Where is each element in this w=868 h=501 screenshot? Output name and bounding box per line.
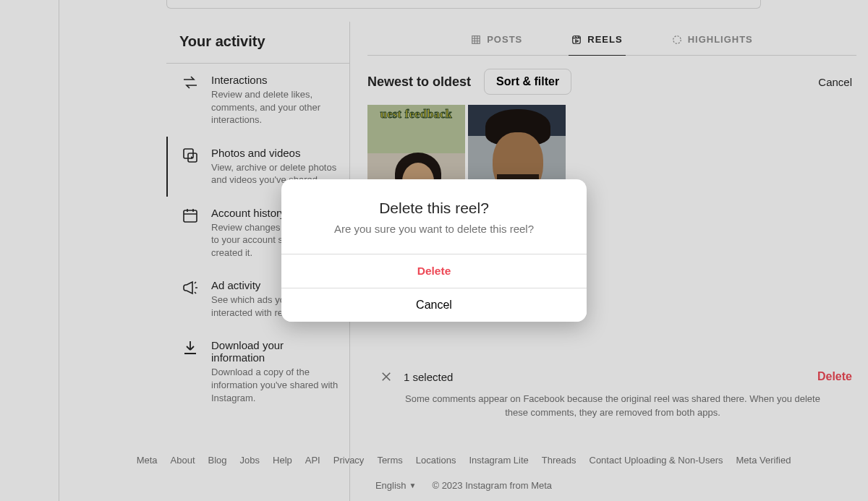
modal-message: Are you sure you want to delete this ree… [281,220,587,254]
modal-overlay[interactable]: Delete this reel? Are you sure you want … [0,0,868,501]
modal-cancel-button[interactable]: Cancel [281,288,587,322]
modal-delete-button[interactable]: Delete [281,254,587,288]
delete-reel-modal: Delete this reel? Are you sure you want … [281,179,587,322]
modal-title: Delete this reel? [281,179,587,220]
